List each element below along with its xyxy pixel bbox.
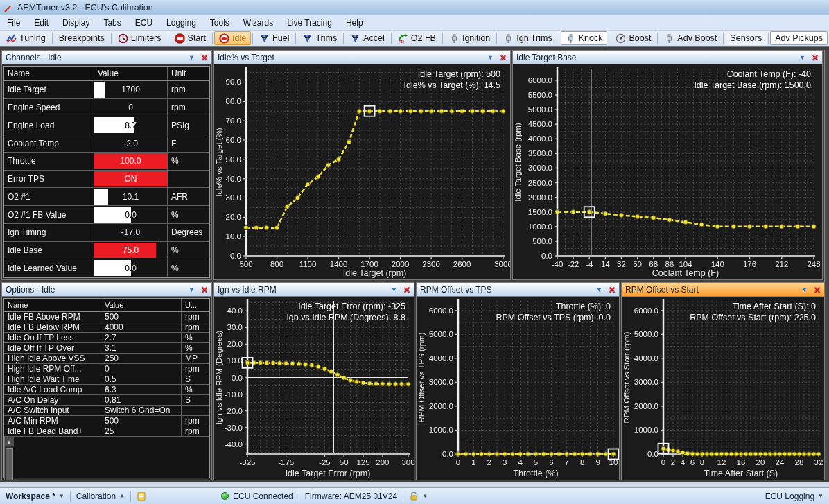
chart-ign-vs-idle-rpm[interactable]: -325-175-2550125200300-40.0-30.0-20.0-10… xyxy=(214,297,414,480)
channel-value-cell[interactable]: 0 xyxy=(94,99,168,116)
channel-value-cell[interactable]: 100.0 xyxy=(94,153,168,170)
data-point[interactable] xyxy=(456,452,460,456)
options-panel-titlebar[interactable]: Options - Idle ▼ ✕ xyxy=(2,283,211,297)
channel-value-cell[interactable]: 75.0 xyxy=(94,242,168,259)
col-header-unit[interactable]: U... xyxy=(182,299,209,311)
menu-tools[interactable]: Tools xyxy=(203,16,236,30)
channel-value-cell[interactable]: ON xyxy=(94,171,168,188)
data-point[interactable] xyxy=(715,225,719,229)
channel-value-cell[interactable]: 0.0 xyxy=(94,259,168,277)
data-point[interactable] xyxy=(460,109,464,113)
close-icon[interactable]: ✕ xyxy=(403,285,410,295)
data-point[interactable] xyxy=(724,452,728,456)
data-point[interactable] xyxy=(306,182,310,186)
options-scrollbar[interactable]: ▲ ▼ xyxy=(4,437,13,480)
toolbar-tab-ignition[interactable]: Ignition xyxy=(444,31,495,45)
option-value[interactable]: 0.5 xyxy=(101,374,182,384)
data-point[interactable] xyxy=(378,109,382,113)
idle-pct-panel-titlebar[interactable]: Idle% vs Target ▼ ✕ xyxy=(214,51,510,64)
data-point[interactable] xyxy=(792,452,796,456)
col-header-value[interactable]: Value xyxy=(94,67,168,80)
data-point[interactable] xyxy=(787,452,792,456)
data-point[interactable] xyxy=(596,452,600,456)
data-point[interactable] xyxy=(764,225,768,229)
scroll-thumb[interactable] xyxy=(6,448,13,480)
data-point[interactable] xyxy=(361,381,365,385)
data-point[interactable] xyxy=(619,213,623,217)
toolbar-tab-limiters[interactable]: Limiters xyxy=(113,31,166,45)
data-point[interactable] xyxy=(295,195,299,200)
data-point[interactable] xyxy=(464,452,468,456)
chart-rpm-offset-vs-tps[interactable]: 0123456789100.01000.02000.03000.04000.05… xyxy=(417,297,619,480)
data-point[interactable] xyxy=(284,361,288,365)
data-point[interactable] xyxy=(480,452,484,456)
col-header-name[interactable]: Name xyxy=(4,67,94,80)
data-point[interactable] xyxy=(303,362,307,366)
data-point[interactable] xyxy=(749,452,753,456)
close-icon[interactable]: ✕ xyxy=(812,53,819,62)
close-icon[interactable]: ✕ xyxy=(609,285,616,295)
data-point[interactable] xyxy=(812,225,816,229)
menu-edit[interactable]: Edit xyxy=(27,16,55,30)
data-point[interactable] xyxy=(739,452,743,456)
data-point[interactable] xyxy=(667,218,672,222)
data-point[interactable] xyxy=(652,216,656,220)
data-point[interactable] xyxy=(571,210,575,214)
data-point[interactable] xyxy=(258,360,262,365)
data-point[interactable] xyxy=(335,373,340,377)
close-icon[interactable]: ✕ xyxy=(500,53,507,62)
data-point[interactable] xyxy=(348,378,352,382)
option-value[interactable]: 0.81 xyxy=(101,395,182,405)
menu-logging[interactable]: Logging xyxy=(159,16,203,30)
data-point[interactable] xyxy=(719,452,724,456)
data-point[interactable] xyxy=(817,452,821,456)
toolbar-tab-trims[interactable]: Trims xyxy=(297,31,342,45)
data-point[interactable] xyxy=(439,109,444,113)
data-point[interactable] xyxy=(336,157,340,162)
data-point[interactable] xyxy=(355,380,359,384)
col-header-value[interactable]: Value xyxy=(101,299,182,311)
window-titlebar[interactable]: AEMTuner v3.2 - ECU's Calibration xyxy=(0,0,829,15)
data-point[interactable] xyxy=(245,360,250,365)
data-point[interactable] xyxy=(690,452,695,456)
data-point[interactable] xyxy=(557,452,561,456)
menu-tabs[interactable]: Tabs xyxy=(96,16,128,30)
toolbar-tab-ign-trims[interactable]: Ign Trims xyxy=(498,31,557,45)
chart-rpm-offset-vs-start[interactable]: 024681216202428320.01000.02000.03000.040… xyxy=(622,297,824,480)
data-point[interactable] xyxy=(408,109,412,113)
rpm-offset-tps-panel-titlebar[interactable]: RPM Offset vs TPS ▼ ✕ xyxy=(417,283,619,297)
data-point[interactable] xyxy=(699,223,704,227)
toolbar-tab-boost[interactable]: Boost xyxy=(611,31,656,45)
data-point[interactable] xyxy=(729,452,733,456)
data-point[interactable] xyxy=(780,225,784,229)
data-point[interactable] xyxy=(357,109,361,113)
data-point[interactable] xyxy=(676,449,680,453)
data-point[interactable] xyxy=(503,452,507,456)
data-point[interactable] xyxy=(768,452,772,456)
ecu-logging-dropdown[interactable]: ECU Logging ▼ xyxy=(765,492,823,501)
data-point[interactable] xyxy=(731,225,735,229)
data-point[interactable] xyxy=(603,211,607,216)
toolbar-tab-adv-pickups[interactable]: Adv Pickups xyxy=(770,31,828,45)
data-point[interactable] xyxy=(285,205,289,209)
data-point[interactable] xyxy=(393,382,397,386)
data-point[interactable] xyxy=(565,452,569,456)
data-point[interactable] xyxy=(406,382,410,386)
channel-value-cell[interactable]: 1700 xyxy=(94,81,168,98)
menu-help[interactable]: Help xyxy=(339,16,370,30)
data-point[interactable] xyxy=(758,452,762,456)
data-point[interactable] xyxy=(429,109,433,113)
menu-wizards[interactable]: Wizards xyxy=(236,16,280,30)
menu-live-tracing[interactable]: Live Tracing xyxy=(280,16,339,30)
option-value[interactable]: Switch 6 Gnd=On xyxy=(101,406,182,415)
toolbar-tab-start[interactable]: Start xyxy=(170,31,211,45)
data-point[interactable] xyxy=(480,109,485,113)
data-point[interactable] xyxy=(812,452,816,456)
data-point[interactable] xyxy=(802,452,806,456)
chart-idle-pct-vs-target[interactable]: 50080011001400170020002300260030000.010.… xyxy=(214,64,510,279)
collapse-icon[interactable]: ▼ xyxy=(189,54,195,61)
data-point[interactable] xyxy=(510,452,514,456)
data-point[interactable] xyxy=(549,452,553,456)
toolbar-tab-o2-fb[interactable]: FBO2 FB xyxy=(393,31,441,45)
data-point[interactable] xyxy=(388,109,392,113)
